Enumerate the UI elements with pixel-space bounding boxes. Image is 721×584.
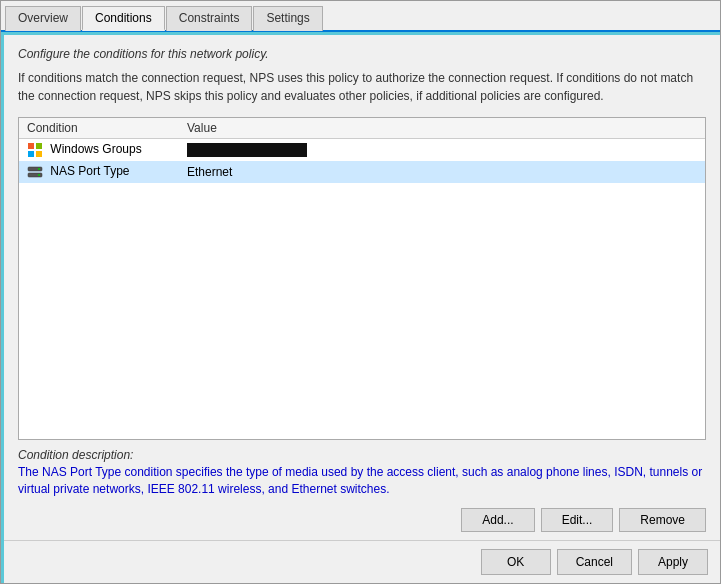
tab-bar: Overview Conditions Constraints Settings [1,1,720,32]
condition-desc-text: The NAS Port Type condition specifies th… [18,464,706,498]
cell-condition-nas-port: NAS Port Type [19,161,179,183]
remove-button[interactable]: Remove [619,508,706,532]
table-row[interactable]: Windows Groups [19,139,705,162]
cell-value-windows-groups [179,139,705,162]
svg-rect-1 [36,143,42,149]
redacted-value [187,143,307,157]
windows-groups-label: Windows Groups [50,142,141,156]
conditions-table: Condition Value [19,118,705,183]
col-header-condition: Condition [19,118,179,139]
svg-rect-3 [36,151,42,157]
ok-button[interactable]: OK [481,549,551,575]
nas-port-icon [27,164,43,180]
cell-value-nas-port: Ethernet [179,161,705,183]
cancel-button[interactable]: Cancel [557,549,632,575]
bottom-bar: OK Cancel Apply [4,540,720,583]
add-button[interactable]: Add... [461,508,534,532]
action-buttons: Add... Edit... Remove [18,508,706,532]
svg-rect-2 [28,151,34,157]
condition-desc-label: Condition description: [18,448,706,462]
col-header-value: Value [179,118,705,139]
svg-point-7 [38,174,40,176]
apply-button[interactable]: Apply [638,549,708,575]
info-text: If conditions match the connection reque… [18,69,706,105]
tab-constraints[interactable]: Constraints [166,6,253,31]
tab-conditions[interactable]: Conditions [82,6,165,31]
condition-description: Condition description: The NAS Port Type… [18,448,706,498]
nas-port-label: NAS Port Type [50,164,129,178]
dialog-border: Configure the conditions for this networ… [1,32,720,583]
description-top: Configure the conditions for this networ… [18,47,706,61]
dialog: Overview Conditions Constraints Settings… [0,0,721,584]
windows-groups-icon [27,142,43,158]
table-header-row: Condition Value [19,118,705,139]
cell-condition-windows-groups: Windows Groups [19,139,179,162]
tab-overview[interactable]: Overview [5,6,81,31]
table-row[interactable]: NAS Port Type Ethernet [19,161,705,183]
conditions-table-container: Condition Value [18,117,706,440]
svg-rect-0 [28,143,34,149]
svg-point-6 [38,168,40,170]
edit-button[interactable]: Edit... [541,508,614,532]
tab-settings[interactable]: Settings [253,6,322,31]
main-content: Configure the conditions for this networ… [4,35,720,540]
